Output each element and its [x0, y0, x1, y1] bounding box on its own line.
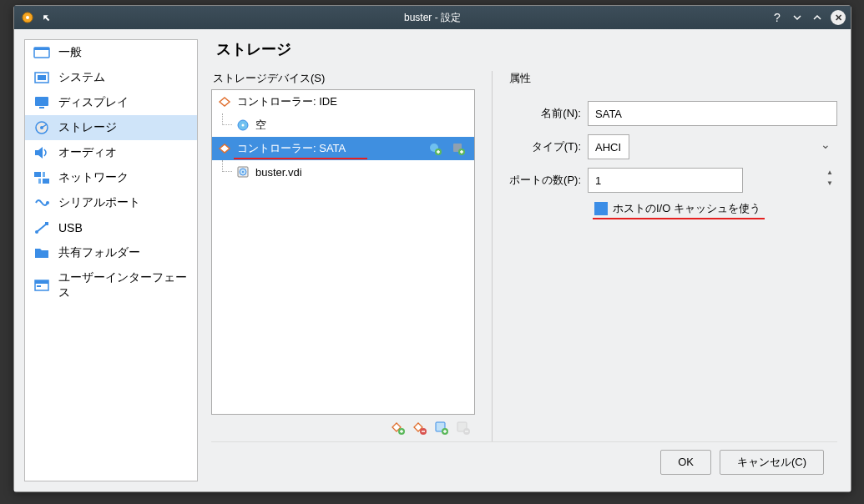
- svg-point-14: [46, 201, 49, 204]
- gear-icon: [21, 11, 34, 24]
- svg-rect-7: [39, 107, 44, 108]
- tree-label: コントローラー: IDE: [237, 94, 337, 109]
- io-cache-label: ホストのI/O キャッシュを使う: [613, 201, 760, 216]
- general-icon: [33, 45, 50, 60]
- storage-icon: [33, 120, 50, 135]
- controller-icon: [217, 142, 232, 155]
- tree-label: 空: [255, 118, 266, 133]
- display-icon: [33, 95, 50, 110]
- close-icon[interactable]: ✕: [831, 10, 846, 25]
- sidebar-item-general[interactable]: 一般: [25, 40, 197, 65]
- svg-rect-16: [45, 222, 48, 225]
- tree-controller-ide[interactable]: コントローラー: IDE: [212, 90, 474, 113]
- svg-rect-19: [37, 285, 41, 287]
- cancel-button[interactable]: キャンセル(C): [720, 450, 824, 475]
- tree-ide-empty[interactable]: 空: [212, 113, 474, 137]
- sidebar-item-label: ディスプレイ: [58, 95, 129, 110]
- sidebar-item-audio[interactable]: オーディオ: [25, 140, 197, 165]
- hdd-icon: [235, 165, 250, 179]
- remove-controller-icon[interactable]: [412, 420, 428, 436]
- audio-icon: [33, 145, 50, 160]
- ok-button[interactable]: OK: [660, 450, 711, 475]
- svg-point-15: [35, 230, 38, 234]
- serial-icon: [33, 195, 50, 210]
- sidebar-item-storage[interactable]: ストレージ: [25, 115, 197, 140]
- annotation-underline: [593, 218, 765, 219]
- sidebar-item-label: システム: [58, 70, 105, 85]
- svg-rect-5: [38, 75, 46, 80]
- sidebar-item-label: 一般: [58, 45, 82, 60]
- sidebar-item-label: ユーザーインターフェース: [58, 270, 189, 300]
- tree-controller-sata[interactable]: コントローラー: SATA: [212, 137, 474, 160]
- ui-icon: [33, 278, 50, 293]
- tree-sata-disk[interactable]: buster.vdi: [212, 160, 474, 184]
- ports-input[interactable]: [588, 168, 743, 193]
- svg-rect-10: [34, 172, 41, 177]
- storage-toolbar: [211, 415, 475, 441]
- add-hdd-icon[interactable]: [451, 142, 466, 155]
- main-panel: ストレージ ストレージデバイス(S) コントローラー: IDE 空: [203, 29, 851, 491]
- svg-point-1: [26, 16, 29, 19]
- network-icon: [33, 170, 50, 185]
- svg-rect-13: [43, 172, 45, 177]
- sidebar-item-label: USB: [58, 221, 83, 234]
- sidebar-item-label: ネットワーク: [58, 170, 129, 185]
- svg-rect-11: [43, 179, 49, 184]
- page-heading: ストレージ: [211, 39, 837, 59]
- controller-icon: [217, 95, 232, 108]
- dialog-buttonbar: OK キャンセル(C): [211, 441, 837, 481]
- svg-rect-6: [35, 97, 48, 106]
- storage-tree[interactable]: コントローラー: IDE 空 コントローラー: SATA: [211, 89, 475, 415]
- name-label: 名前(N):: [508, 106, 588, 121]
- usb-icon: [33, 220, 50, 235]
- attributes-column: 属性 名前(N): タイプ(T): AHCI: [492, 71, 837, 441]
- content-area: 一般 システム ディスプレイ ストレージ オーディオ ネットワーク: [14, 29, 851, 491]
- attributes-label: 属性: [508, 71, 837, 86]
- sidebar-item-network[interactable]: ネットワーク: [25, 165, 197, 190]
- add-disc-icon[interactable]: [427, 142, 442, 155]
- system-icon: [33, 70, 50, 85]
- add-attachment-icon[interactable]: [433, 420, 450, 436]
- devices-label: ストレージデバイス(S): [211, 71, 475, 86]
- tree-label: buster.vdi: [255, 166, 302, 179]
- svg-rect-12: [38, 179, 41, 184]
- type-select[interactable]: AHCI: [588, 134, 629, 159]
- name-input[interactable]: [588, 101, 837, 126]
- pin-icon[interactable]: [39, 11, 53, 24]
- sidebar-item-system[interactable]: システム: [25, 65, 197, 90]
- spin-down-icon[interactable]: ▼: [824, 180, 836, 191]
- shared-folder-icon: [33, 245, 50, 260]
- io-cache-row[interactable]: ホストのI/O キャッシュを使う: [594, 201, 837, 216]
- titlebar: buster - 設定 ? ✕: [14, 6, 851, 29]
- io-cache-checkbox[interactable]: [594, 202, 608, 215]
- svg-point-21: [242, 124, 245, 127]
- sidebar-item-serial[interactable]: シリアルポート: [25, 190, 197, 215]
- settings-window: buster - 設定 ? ✕ 一般 システム ディスプレイ ストレ: [13, 5, 851, 492]
- ports-label: ポートの数(P):: [508, 173, 588, 188]
- sidebar-item-label: 共有フォルダー: [58, 245, 140, 260]
- add-controller-icon[interactable]: [390, 420, 407, 436]
- svg-rect-3: [34, 48, 49, 50]
- sidebar-item-usb[interactable]: USB: [25, 215, 197, 240]
- remove-attachment-icon: [455, 420, 472, 436]
- svg-rect-18: [35, 280, 48, 284]
- disc-icon: [235, 118, 250, 132]
- minimize-icon[interactable]: [791, 11, 804, 24]
- sidebar-item-display[interactable]: ディスプレイ: [25, 90, 197, 115]
- category-sidebar: 一般 システム ディスプレイ ストレージ オーディオ ネットワーク: [24, 39, 198, 481]
- type-label: タイプ(T):: [508, 139, 588, 154]
- sidebar-item-shared[interactable]: 共有フォルダー: [25, 240, 197, 265]
- sidebar-item-label: シリアルポート: [58, 195, 140, 210]
- storage-devices-column: ストレージデバイス(S) コントローラー: IDE 空: [211, 71, 475, 441]
- help-icon[interactable]: ?: [771, 11, 784, 24]
- sidebar-item-label: ストレージ: [58, 120, 117, 135]
- window-title: buster - 設定: [404, 11, 461, 25]
- tree-label: コントローラー: SATA: [237, 141, 346, 156]
- sidebar-item-ui[interactable]: ユーザーインターフェース: [25, 265, 197, 305]
- svg-point-28: [242, 171, 244, 173]
- annotation-underline: [234, 158, 367, 159]
- sidebar-item-label: オーディオ: [58, 145, 117, 160]
- maximize-icon[interactable]: [811, 11, 824, 24]
